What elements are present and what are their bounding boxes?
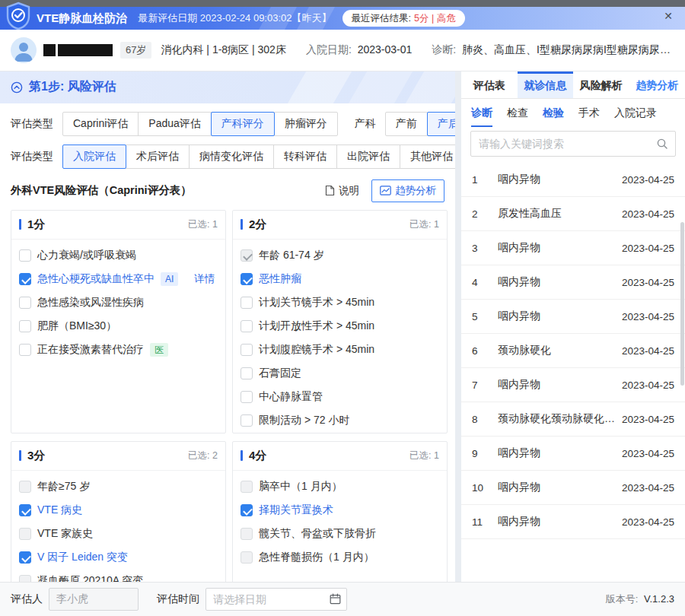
record-row[interactable]: 2原发性高血压2023-04-25 (461, 197, 685, 231)
info-tab-3[interactable]: 风险解析 (573, 71, 629, 98)
checkbox[interactable] (241, 414, 253, 427)
risk-factor-label: 心力衰竭/或呼吸衰竭 (37, 249, 136, 262)
collapse-circle-icon[interactable] (11, 81, 23, 94)
step-header-stripe (288, 71, 352, 103)
record-row[interactable]: 5咽内异物2023-04-25 (461, 300, 685, 334)
risk-factor-label: 限制活动 > 72 小时 (259, 414, 349, 427)
record-index: 4 (472, 277, 493, 288)
assessor-label: 评估人 (11, 592, 43, 606)
checkbox (241, 249, 253, 262)
checkbox[interactable] (241, 367, 253, 379)
risk-factor-label: 中心静脉置管 (259, 390, 323, 404)
risk-factor-item: 计划腹腔镜手术 > 45min (233, 338, 447, 362)
search-input[interactable] (470, 131, 676, 157)
record-date: 2023-04-25 (622, 379, 674, 391)
search-icon[interactable] (656, 138, 668, 150)
record-row[interactable]: 8颈动脉硬化颈动脉硬化颈...2023-04-25 (461, 402, 685, 437)
scale-type-group: Caprini评估Padua评估产科评分肿瘤评分 (62, 112, 338, 136)
checkbox[interactable] (241, 297, 253, 309)
diagnosis-record-list: 1咽内异物2023-04-252原发性高血压2023-04-253咽内异物202… (461, 163, 685, 582)
score-value-label: 2分 (249, 218, 409, 232)
diagnosis-value: 肺炎、高血压、I型糖尿病尿病I型糖尿病尿病I型糖尿病尿病... (462, 43, 674, 56)
checkbox[interactable] (19, 273, 31, 285)
record-subtab-1[interactable]: 诊断 (471, 100, 492, 127)
risk-factor-label: 年龄≥75 岁 (37, 480, 90, 494)
ai-badge: AI (161, 272, 178, 286)
trend-analysis-label: 趋势分析 (395, 184, 436, 198)
info-tabs: 评估表就诊信息风险解析趋势分析 (461, 71, 685, 99)
checkbox[interactable] (19, 551, 31, 564)
risk-factor-item: 择期关节置换术 (233, 499, 447, 522)
record-row[interactable]: 3咽内异物2023-04-25 (461, 231, 685, 265)
info-tab-2[interactable]: 就诊信息 (518, 71, 574, 98)
record-date: 2023-04-25 (622, 208, 674, 220)
record-subtab-5[interactable]: 入院记录 (614, 100, 657, 127)
risk-factor-item: 石膏固定 (233, 362, 447, 386)
record-date: 2023-04-25 (622, 174, 674, 186)
checkbox[interactable] (19, 344, 31, 356)
help-button[interactable]: 说明 (325, 184, 359, 198)
record-index: 9 (472, 448, 493, 459)
timing-button-4[interactable]: 转科评估 (273, 144, 337, 169)
checkbox[interactable] (241, 344, 253, 356)
checkbox[interactable] (241, 504, 253, 516)
risk-factor-label: 石膏固定 (259, 367, 301, 380)
record-index: 6 (472, 345, 493, 357)
risk-factor-item: VTE 病史 (11, 499, 225, 522)
risk-factor-label: 年龄 61-74 岁 (259, 249, 324, 262)
step-header-stripe (349, 71, 413, 103)
checkbox[interactable] (241, 391, 253, 403)
shield-check-icon (5, 2, 32, 30)
checkbox[interactable] (19, 504, 31, 516)
record-subtab-2[interactable]: 检查 (507, 100, 528, 127)
record-row[interactable]: 11咽内异物2023-04-25 (461, 505, 685, 539)
record-row[interactable]: 7咽内异物2023-04-25 (461, 368, 685, 402)
scrollbar-thumb[interactable] (680, 222, 684, 386)
info-tab-1[interactable]: 评估表 (461, 71, 518, 98)
record-row[interactable]: 1咽内异物2023-04-25 (461, 163, 685, 197)
obstetric-button-2[interactable]: 产后 (427, 112, 455, 136)
record-subtab-4[interactable]: 手术 (578, 100, 600, 127)
timing-button-5[interactable]: 出院评估 (336, 144, 400, 169)
risk-factor-item: 恶性肿瘤 (233, 268, 447, 291)
calendar-icon[interactable] (330, 593, 341, 605)
date-input[interactable] (206, 588, 347, 611)
patient-avatar (11, 37, 37, 63)
record-name: 咽内异物 (498, 481, 616, 494)
checkbox[interactable] (241, 320, 253, 332)
checkbox[interactable] (19, 249, 31, 262)
timing-button-1[interactable]: 入院评估 (62, 144, 126, 169)
scale-type-button-3[interactable]: 产科评分 (211, 112, 275, 136)
record-row[interactable]: 6颈动脉硬化2023-04-25 (461, 334, 685, 368)
timing-button-3[interactable]: 病情变化评估 (189, 144, 274, 169)
scale-type-button-1[interactable]: Caprini评估 (62, 112, 139, 136)
info-tab-4[interactable]: 趋势分析 (629, 71, 685, 98)
record-subtab-3[interactable]: 检验 (543, 100, 564, 127)
record-row[interactable]: 9咽内异物2023-04-25 (461, 437, 685, 471)
result-label: 最近评估结果: (352, 12, 411, 25)
close-icon[interactable]: ✕ (664, 10, 673, 22)
latest-result-pill: 最近评估结果: 5分 | 高危 (342, 10, 465, 27)
version-label: 版本号: (606, 593, 639, 605)
keyword-search (470, 131, 676, 157)
checkbox[interactable] (19, 320, 31, 332)
timing-button-6[interactable]: 其他评估 (400, 144, 455, 169)
panel-divider (455, 71, 461, 582)
timing-button-2[interactable]: 术后评估 (126, 144, 190, 169)
step-header: 第1步: 风险评估 (0, 71, 455, 103)
risk-factor-item: 正在接受激素替代治疗医 (11, 338, 225, 362)
record-index: 10 (472, 482, 493, 494)
detail-link[interactable]: 详情 (194, 272, 218, 286)
record-date: 2023-04-25 (622, 516, 674, 528)
obstetric-button-1[interactable]: 产前 (385, 112, 428, 136)
trend-analysis-button[interactable]: 趋势分析 (371, 179, 444, 202)
checkbox[interactable] (241, 273, 253, 285)
score-section-header: 4分已选: 1 (233, 442, 447, 471)
checkbox[interactable] (19, 297, 31, 309)
record-row[interactable]: 4咽内异物2023-04-25 (461, 265, 685, 300)
step-title: 第1步: 风险评估 (29, 79, 116, 95)
scale-type-button-4[interactable]: 肿瘤评分 (274, 112, 338, 136)
assessor-input[interactable] (49, 588, 139, 611)
scale-type-button-2[interactable]: Padua评估 (138, 112, 211, 136)
record-row[interactable]: 10咽内异物2023-04-25 (461, 471, 685, 505)
